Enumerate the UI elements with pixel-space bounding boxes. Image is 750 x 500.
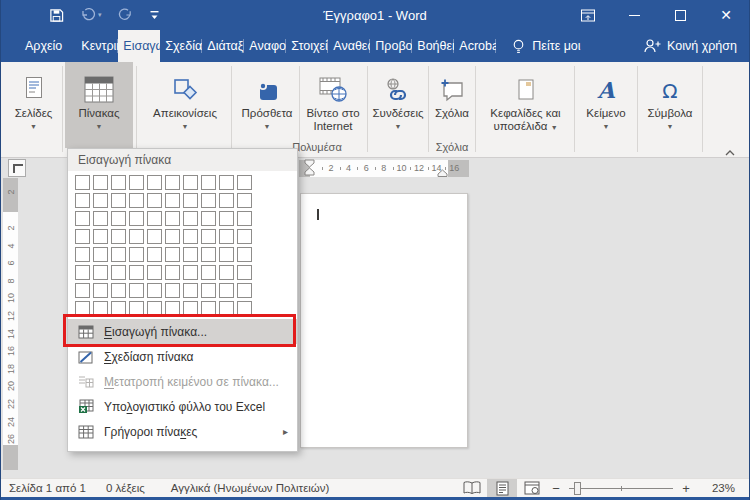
table-grid-cell[interactable] xyxy=(111,193,126,208)
table-grid-cell[interactable] xyxy=(75,283,90,298)
zoom-slider-thumb[interactable] xyxy=(574,482,581,495)
table-grid-cell[interactable] xyxy=(111,229,126,244)
table-grid-cell[interactable] xyxy=(237,229,252,244)
table-grid-cell[interactable] xyxy=(165,265,180,280)
customize-qat-button[interactable] xyxy=(149,9,160,21)
maximize-button[interactable] xyxy=(657,0,703,30)
table-grid-cell[interactable] xyxy=(93,211,108,226)
tab-acrobat[interactable]: Acrobat xyxy=(454,30,496,62)
table-grid-cell[interactable] xyxy=(129,283,144,298)
table-grid-cell[interactable] xyxy=(93,175,108,190)
tab-stop-selector[interactable] xyxy=(8,159,26,177)
table-grid-cell[interactable] xyxy=(165,193,180,208)
table-grid-cell[interactable] xyxy=(201,175,216,190)
vertical-ruler[interactable]: 22468101214161820222426 xyxy=(3,178,18,470)
page-indicator[interactable]: Σελίδα 1 από 1 xyxy=(9,482,86,494)
comments-button[interactable]: Σχόλια xyxy=(430,62,474,148)
pages-button[interactable]: Σελίδες ▼ xyxy=(7,62,60,148)
table-grid-cell[interactable] xyxy=(237,193,252,208)
table-grid-cell[interactable] xyxy=(165,247,180,262)
table-grid-cell[interactable] xyxy=(183,175,198,190)
web-layout-button[interactable] xyxy=(517,479,547,497)
table-grid-cell[interactable] xyxy=(147,283,162,298)
close-button[interactable]: ✕ xyxy=(703,0,749,30)
zoom-in-button[interactable]: + xyxy=(677,481,695,496)
word-count[interactable]: 0 λέξεις xyxy=(106,482,145,494)
table-grid-cell[interactable] xyxy=(219,229,234,244)
table-grid-cell[interactable] xyxy=(75,175,90,190)
table-grid-cell[interactable] xyxy=(201,211,216,226)
table-grid-cell[interactable] xyxy=(111,211,126,226)
table-grid-cell[interactable] xyxy=(219,247,234,262)
document-page[interactable] xyxy=(300,193,468,448)
online-video-button[interactable]: Βίντεο στο Internet xyxy=(301,62,365,148)
illustrations-button[interactable]: Απεικονίσεις ▼ xyxy=(140,62,230,148)
table-grid-cell[interactable] xyxy=(201,283,216,298)
right-indent-marker-icon[interactable] xyxy=(437,169,448,178)
language-indicator[interactable]: Αγγλικά (Ηνωμένων Πολιτειών) xyxy=(171,482,330,494)
table-grid-cell[interactable] xyxy=(75,193,90,208)
tab-review[interactable]: Αναθεώρηση xyxy=(328,30,370,62)
table-grid-cell[interactable] xyxy=(237,247,252,262)
table-grid-cell[interactable] xyxy=(129,247,144,262)
menu-item-2[interactable]: Σχεδίαση πίνακα xyxy=(68,344,297,369)
indent-markers-icon[interactable] xyxy=(304,159,315,177)
table-grid-cell[interactable] xyxy=(183,211,198,226)
table-grid-cell[interactable] xyxy=(129,211,144,226)
tab-home[interactable]: Κεντρική xyxy=(76,30,118,62)
minimize-button[interactable] xyxy=(611,0,657,30)
table-grid-cell[interactable] xyxy=(165,211,180,226)
table-grid-cell[interactable] xyxy=(147,229,162,244)
table-grid-cell[interactable] xyxy=(111,175,126,190)
header-footer-button[interactable]: Κεφαλίδες και υποσέλιδα ▼ xyxy=(478,62,573,148)
tab-view[interactable]: Προβολή xyxy=(370,30,412,62)
share-button[interactable]: Κοινή χρήση xyxy=(643,30,737,62)
ribbon-display-options-button[interactable] xyxy=(565,0,611,30)
tab-references[interactable]: Αναφορές xyxy=(244,30,286,62)
tab-layout[interactable]: Διάταξη xyxy=(202,30,244,62)
table-grid-cell[interactable] xyxy=(111,247,126,262)
table-grid-cell[interactable] xyxy=(75,265,90,280)
table-grid-cell[interactable] xyxy=(129,265,144,280)
table-grid-cell[interactable] xyxy=(201,229,216,244)
table-grid-cell[interactable] xyxy=(93,229,108,244)
table-grid-cell[interactable] xyxy=(201,247,216,262)
table-grid-cell[interactable] xyxy=(183,283,198,298)
table-grid-cell[interactable] xyxy=(201,193,216,208)
table-grid-cell[interactable] xyxy=(93,247,108,262)
read-mode-button[interactable] xyxy=(457,479,487,497)
table-grid-cell[interactable] xyxy=(147,247,162,262)
text-button[interactable]: A Κείμενο ▼ xyxy=(576,62,636,148)
table-grid-cell[interactable] xyxy=(219,175,234,190)
undo-dropdown-icon[interactable]: ▾ xyxy=(98,11,102,19)
zoom-slider[interactable] xyxy=(569,488,673,489)
addins-button[interactable]: Πρόσθετα ▼ xyxy=(234,62,300,148)
table-grid-cell[interactable] xyxy=(219,283,234,298)
print-layout-button[interactable] xyxy=(487,479,517,497)
table-grid-cell[interactable] xyxy=(147,265,162,280)
zoom-out-button[interactable]: − xyxy=(547,481,565,496)
table-grid-cell[interactable] xyxy=(183,193,198,208)
table-grid-cell[interactable] xyxy=(165,229,180,244)
redo-button[interactable] xyxy=(118,8,133,22)
table-grid-cell[interactable] xyxy=(93,283,108,298)
table-grid-cell[interactable] xyxy=(219,265,234,280)
zoom-level[interactable]: 23% xyxy=(701,482,735,494)
table-grid-cell[interactable] xyxy=(183,229,198,244)
table-grid-cell[interactable] xyxy=(147,175,162,190)
table-grid-cell[interactable] xyxy=(165,175,180,190)
tab-file[interactable]: Αρχείο xyxy=(11,30,76,62)
table-grid-cell[interactable] xyxy=(75,229,90,244)
table-grid-cell[interactable] xyxy=(183,247,198,262)
tab-help[interactable]: Βοήθεια xyxy=(412,30,454,62)
table-grid-cell[interactable] xyxy=(129,175,144,190)
table-grid-cell[interactable] xyxy=(237,283,252,298)
table-grid-cell[interactable] xyxy=(237,265,252,280)
collapse-ribbon-button[interactable] xyxy=(725,142,735,160)
table-grid-cell[interactable] xyxy=(129,229,144,244)
table-grid-cell[interactable] xyxy=(237,211,252,226)
tab-design[interactable]: Σχεδίαση xyxy=(160,30,202,62)
undo-button[interactable]: ▾ xyxy=(80,8,102,22)
tab-mailings[interactable]: Στοιχεία xyxy=(286,30,328,62)
table-grid-cell[interactable] xyxy=(93,193,108,208)
